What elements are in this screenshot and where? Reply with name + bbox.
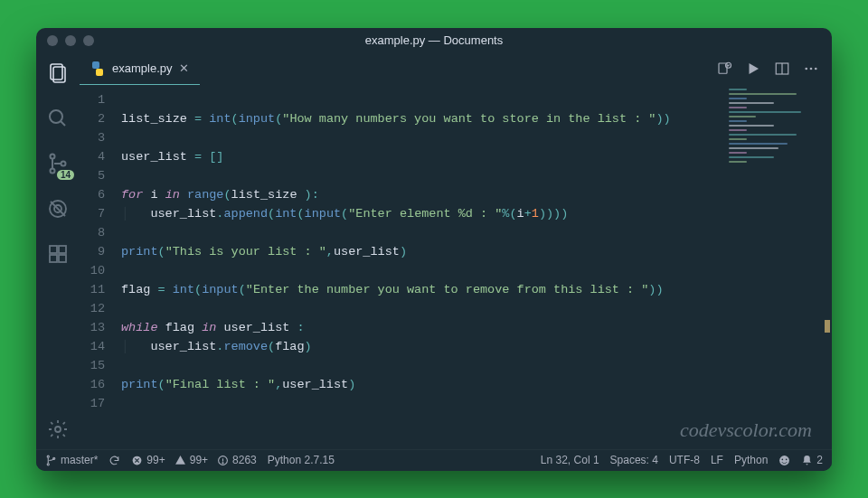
python-version-status[interactable]: Python 2.7.15 — [268, 454, 335, 466]
svg-point-22 — [815, 68, 817, 70]
scm-badge: 14 — [57, 170, 74, 180]
svg-line-9 — [51, 202, 65, 216]
svg-point-21 — [810, 68, 813, 70]
svg-rect-13 — [59, 255, 66, 262]
split-editor-icon[interactable] — [774, 61, 790, 77]
svg-point-30 — [779, 456, 789, 465]
git-branch-status[interactable]: master* — [45, 454, 98, 466]
svg-marker-17 — [750, 63, 760, 74]
eol-status[interactable]: LF — [711, 454, 723, 466]
editor-window: example.py — Documents 14 — [36, 28, 832, 471]
notifications-status[interactable]: 2 — [801, 454, 823, 466]
titlebar: example.py — Documents — [36, 28, 832, 53]
error-count: 99+ — [146, 454, 165, 466]
code-editor[interactable]: 1234567891011121314151617 list_size = in… — [80, 85, 832, 449]
indentation-status[interactable]: Spaces: 4 — [610, 454, 658, 466]
branch-name: master* — [61, 454, 98, 466]
encoding-status[interactable]: UTF-8 — [669, 454, 700, 466]
status-bar: master* 99+ 99+ 8263 Python 2.7.15 Ln 32… — [36, 449, 832, 471]
svg-point-14 — [55, 427, 61, 432]
svg-point-23 — [47, 456, 49, 457]
svg-point-31 — [782, 458, 784, 460]
problems-status[interactable]: 99+ 99+ 8263 — [131, 454, 256, 466]
main-area: example.py ✕ 1234567891011121314151617 l… — [80, 53, 832, 449]
tab-label: example.py — [112, 61, 172, 75]
more-actions-icon[interactable] — [803, 61, 819, 77]
svg-point-6 — [61, 161, 66, 165]
python-file-icon — [90, 61, 105, 76]
settings-gear-icon[interactable] — [45, 417, 71, 442]
open-changes-icon[interactable] — [716, 61, 732, 77]
svg-point-29 — [222, 462, 223, 463]
debug-icon[interactable] — [45, 196, 71, 221]
tab-example-py[interactable]: example.py ✕ — [80, 53, 200, 85]
explorer-icon[interactable] — [45, 61, 71, 86]
svg-point-20 — [805, 68, 807, 70]
extensions-icon[interactable] — [45, 241, 71, 267]
svg-point-32 — [786, 458, 788, 460]
svg-rect-10 — [50, 246, 57, 253]
language-mode-status[interactable]: Python — [734, 454, 768, 466]
activity-bar: 14 — [36, 53, 80, 449]
editor-wrap: 1234567891011121314151617 list_size = in… — [80, 85, 832, 449]
svg-rect-12 — [50, 255, 57, 262]
code-area[interactable]: list_size = int(input("How many numbers … — [121, 90, 832, 449]
cursor-position-status[interactable]: Ln 32, Col 1 — [541, 454, 599, 466]
feedback-icon[interactable] — [778, 455, 790, 466]
svg-rect-11 — [59, 246, 66, 253]
svg-point-2 — [50, 110, 62, 123]
search-icon[interactable] — [45, 106, 71, 131]
info-count: 8263 — [232, 454, 257, 466]
window-title: example.py — Documents — [36, 33, 832, 47]
sync-status[interactable] — [108, 455, 120, 466]
line-numbers-gutter: 1234567891011121314151617 — [80, 90, 121, 449]
notification-count: 2 — [816, 454, 823, 466]
watermark: codevscolor.com — [680, 418, 812, 442]
source-control-icon[interactable]: 14 — [45, 151, 71, 176]
editor-actions — [716, 53, 832, 85]
svg-point-24 — [47, 463, 49, 465]
svg-point-4 — [51, 154, 55, 158]
run-icon[interactable] — [745, 61, 761, 77]
svg-line-3 — [61, 121, 65, 126]
warning-count: 99+ — [190, 454, 208, 466]
close-tab-icon[interactable]: ✕ — [179, 61, 189, 75]
svg-point-5 — [51, 168, 55, 173]
scrollbar-marker — [825, 320, 830, 333]
tab-bar: example.py ✕ — [80, 53, 832, 85]
